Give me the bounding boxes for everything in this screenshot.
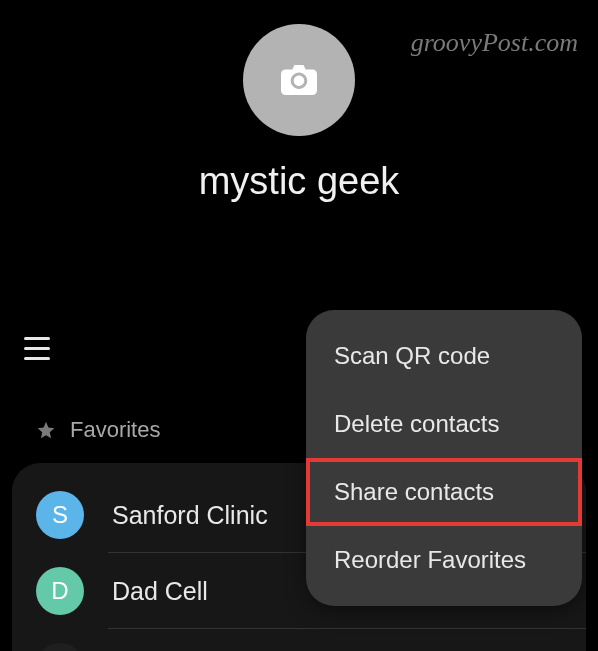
camera-icon: [281, 65, 317, 95]
contact-avatar: S: [36, 491, 84, 539]
star-icon: [36, 420, 56, 440]
contact-name: Dad Cell: [112, 577, 208, 606]
menu-item-scan-qr[interactable]: Scan QR code: [306, 322, 582, 390]
menu-button[interactable]: [24, 337, 50, 360]
contact-name: Sanford Clinic: [112, 501, 268, 530]
overflow-menu: Scan QR code Delete contacts Share conta…: [306, 310, 582, 606]
favorites-label: Favorites: [70, 417, 160, 443]
contact-avatar: D: [36, 567, 84, 615]
hamburger-icon: [24, 337, 50, 340]
list-item[interactable]: White Drug: [12, 629, 586, 651]
watermark-text: groovyPost.com: [411, 28, 578, 58]
menu-item-reorder-favorites[interactable]: Reorder Favorites: [306, 526, 582, 594]
profile-name: mystic geek: [199, 160, 400, 203]
profile-avatar[interactable]: [243, 24, 355, 136]
menu-item-share-contacts[interactable]: Share contacts: [306, 458, 582, 526]
contact-avatar: [36, 643, 84, 651]
menu-item-delete-contacts[interactable]: Delete contacts: [306, 390, 582, 458]
